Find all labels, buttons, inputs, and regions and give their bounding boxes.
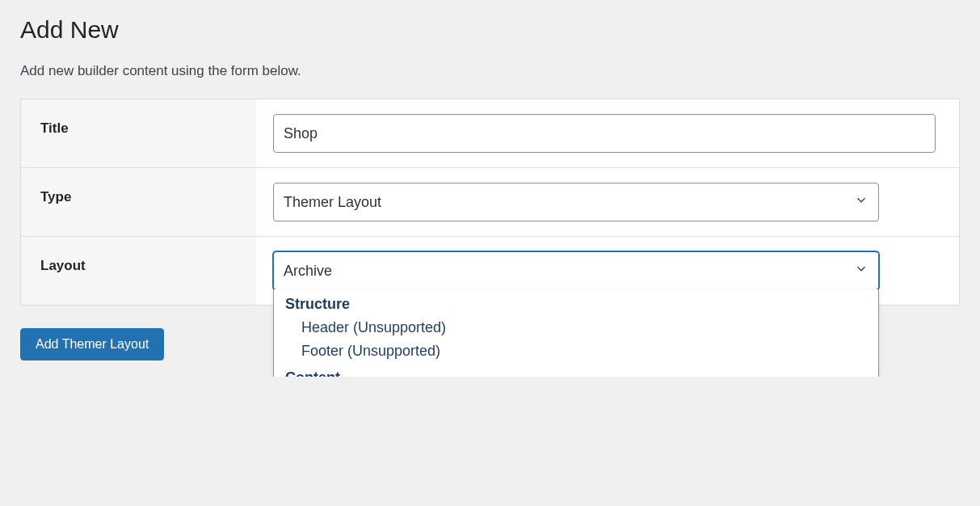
chevron-down-icon: [854, 262, 869, 280]
layout-dropdown: StructureHeader (Unsupported)Footer (Uns…: [273, 289, 879, 377]
row-layout: Layout Archive StructureHeader (Unsuppor…: [21, 237, 959, 305]
type-select[interactable]: Themer Layout: [273, 183, 879, 221]
dropdown-option[interactable]: Header (Unsupported): [274, 316, 878, 339]
label-type: Type: [21, 168, 255, 236]
dropdown-option[interactable]: Footer (Unsupported): [274, 339, 878, 363]
row-type: Type Themer Layout: [21, 168, 959, 237]
cell-title: [255, 99, 959, 167]
cell-type: Themer Layout: [255, 168, 959, 236]
option-group-label: Structure: [274, 289, 878, 316]
label-layout: Layout: [21, 237, 255, 305]
layout-select[interactable]: Archive: [273, 251, 879, 290]
cell-layout: Archive StructureHeader (Unsupported)Foo…: [255, 237, 959, 305]
form-table: Title Type Themer Layout Layout Archive: [20, 99, 960, 306]
option-group-label: Content: [274, 363, 878, 377]
label-title: Title: [21, 99, 255, 167]
chevron-down-icon: [854, 193, 869, 212]
add-themer-layout-button[interactable]: Add Themer Layout: [20, 328, 164, 361]
title-input[interactable]: [273, 114, 936, 153]
type-select-value: Themer Layout: [284, 194, 381, 211]
page-description: Add new builder content using the form b…: [20, 63, 960, 79]
page-title: Add New: [20, 16, 960, 44]
layout-select-value: Archive: [284, 263, 332, 280]
row-title: Title: [21, 99, 959, 168]
